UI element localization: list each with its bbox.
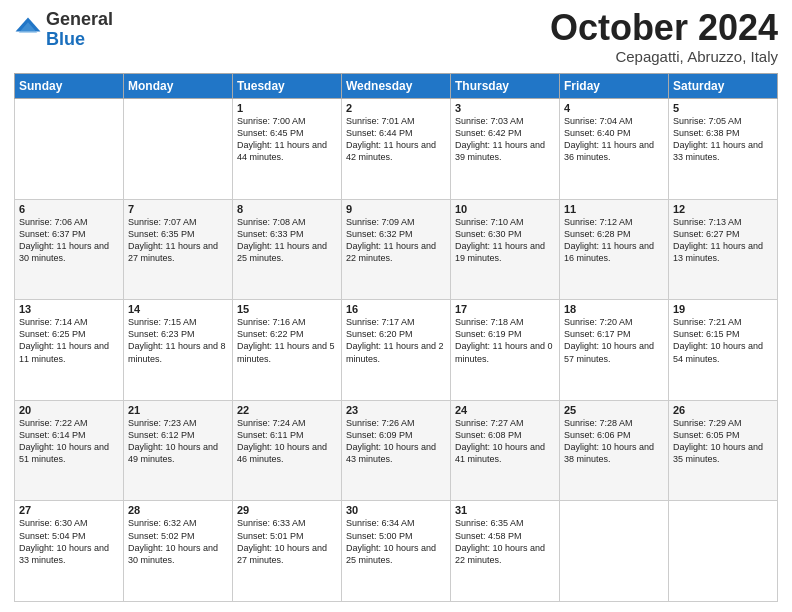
day-number: 15 [237, 303, 337, 315]
day-info: Sunrise: 7:20 AMSunset: 6:17 PMDaylight:… [564, 316, 664, 365]
day-info: Sunrise: 7:17 AMSunset: 6:20 PMDaylight:… [346, 316, 446, 365]
day-info: Sunrise: 7:23 AMSunset: 6:12 PMDaylight:… [128, 417, 228, 466]
day-info: Sunrise: 6:32 AMSunset: 5:02 PMDaylight:… [128, 517, 228, 566]
day-number: 3 [455, 102, 555, 114]
calendar-cell-w1d6: 4Sunrise: 7:04 AMSunset: 6:40 PMDaylight… [560, 99, 669, 200]
calendar-cell-w2d6: 11Sunrise: 7:12 AMSunset: 6:28 PMDayligh… [560, 199, 669, 300]
calendar-cell-w4d5: 24Sunrise: 7:27 AMSunset: 6:08 PMDayligh… [451, 400, 560, 501]
col-sunday: Sunday [15, 74, 124, 99]
calendar-cell-w3d7: 19Sunrise: 7:21 AMSunset: 6:15 PMDayligh… [669, 300, 778, 401]
col-friday: Friday [560, 74, 669, 99]
calendar-cell-w4d3: 22Sunrise: 7:24 AMSunset: 6:11 PMDayligh… [233, 400, 342, 501]
day-number: 30 [346, 504, 446, 516]
calendar-cell-w2d3: 8Sunrise: 7:08 AMSunset: 6:33 PMDaylight… [233, 199, 342, 300]
day-info: Sunrise: 7:08 AMSunset: 6:33 PMDaylight:… [237, 216, 337, 265]
day-number: 25 [564, 404, 664, 416]
col-monday: Monday [124, 74, 233, 99]
day-info: Sunrise: 6:33 AMSunset: 5:01 PMDaylight:… [237, 517, 337, 566]
day-info: Sunrise: 7:27 AMSunset: 6:08 PMDaylight:… [455, 417, 555, 466]
day-number: 31 [455, 504, 555, 516]
calendar-cell-w5d2: 28Sunrise: 6:32 AMSunset: 5:02 PMDayligh… [124, 501, 233, 602]
day-number: 1 [237, 102, 337, 114]
day-info: Sunrise: 7:12 AMSunset: 6:28 PMDaylight:… [564, 216, 664, 265]
calendar-cell-w4d6: 25Sunrise: 7:28 AMSunset: 6:06 PMDayligh… [560, 400, 669, 501]
day-number: 26 [673, 404, 773, 416]
day-number: 14 [128, 303, 228, 315]
day-number: 10 [455, 203, 555, 215]
logo-blue: Blue [46, 29, 85, 49]
day-number: 4 [564, 102, 664, 114]
day-info: Sunrise: 7:22 AMSunset: 6:14 PMDaylight:… [19, 417, 119, 466]
day-number: 9 [346, 203, 446, 215]
day-number: 8 [237, 203, 337, 215]
calendar-cell-w2d5: 10Sunrise: 7:10 AMSunset: 6:30 PMDayligh… [451, 199, 560, 300]
day-info: Sunrise: 7:06 AMSunset: 6:37 PMDaylight:… [19, 216, 119, 265]
day-info: Sunrise: 7:00 AMSunset: 6:45 PMDaylight:… [237, 115, 337, 164]
calendar-week-2: 6Sunrise: 7:06 AMSunset: 6:37 PMDaylight… [15, 199, 778, 300]
header: General Blue October 2024 Cepagatti, Abr… [14, 10, 778, 65]
day-info: Sunrise: 6:35 AMSunset: 4:58 PMDaylight:… [455, 517, 555, 566]
logo: General Blue [14, 10, 113, 50]
calendar-cell-w5d5: 31Sunrise: 6:35 AMSunset: 4:58 PMDayligh… [451, 501, 560, 602]
day-number: 27 [19, 504, 119, 516]
calendar-cell-w3d5: 17Sunrise: 7:18 AMSunset: 6:19 PMDayligh… [451, 300, 560, 401]
calendar-cell-w3d1: 13Sunrise: 7:14 AMSunset: 6:25 PMDayligh… [15, 300, 124, 401]
calendar-cell-w5d7 [669, 501, 778, 602]
day-number: 19 [673, 303, 773, 315]
day-info: Sunrise: 7:16 AMSunset: 6:22 PMDaylight:… [237, 316, 337, 365]
day-number: 22 [237, 404, 337, 416]
calendar-cell-w1d4: 2Sunrise: 7:01 AMSunset: 6:44 PMDaylight… [342, 99, 451, 200]
calendar-cell-w2d4: 9Sunrise: 7:09 AMSunset: 6:32 PMDaylight… [342, 199, 451, 300]
calendar-cell-w5d3: 29Sunrise: 6:33 AMSunset: 5:01 PMDayligh… [233, 501, 342, 602]
month-title: October 2024 [550, 10, 778, 46]
calendar-header-row: Sunday Monday Tuesday Wednesday Thursday… [15, 74, 778, 99]
day-info: Sunrise: 7:18 AMSunset: 6:19 PMDaylight:… [455, 316, 555, 365]
calendar-cell-w4d1: 20Sunrise: 7:22 AMSunset: 6:14 PMDayligh… [15, 400, 124, 501]
day-number: 21 [128, 404, 228, 416]
day-number: 17 [455, 303, 555, 315]
calendar-week-5: 27Sunrise: 6:30 AMSunset: 5:04 PMDayligh… [15, 501, 778, 602]
calendar-cell-w2d2: 7Sunrise: 7:07 AMSunset: 6:35 PMDaylight… [124, 199, 233, 300]
day-number: 2 [346, 102, 446, 114]
day-info: Sunrise: 7:13 AMSunset: 6:27 PMDaylight:… [673, 216, 773, 265]
calendar-cell-w3d6: 18Sunrise: 7:20 AMSunset: 6:17 PMDayligh… [560, 300, 669, 401]
calendar-cell-w2d7: 12Sunrise: 7:13 AMSunset: 6:27 PMDayligh… [669, 199, 778, 300]
calendar-week-3: 13Sunrise: 7:14 AMSunset: 6:25 PMDayligh… [15, 300, 778, 401]
day-info: Sunrise: 6:30 AMSunset: 5:04 PMDaylight:… [19, 517, 119, 566]
page: General Blue October 2024 Cepagatti, Abr… [0, 0, 792, 612]
day-number: 20 [19, 404, 119, 416]
logo-icon [14, 16, 42, 44]
calendar-cell-w1d3: 1Sunrise: 7:00 AMSunset: 6:45 PMDaylight… [233, 99, 342, 200]
day-number: 12 [673, 203, 773, 215]
calendar-cell-w1d1 [15, 99, 124, 200]
calendar-cell-w5d6 [560, 501, 669, 602]
day-info: Sunrise: 7:24 AMSunset: 6:11 PMDaylight:… [237, 417, 337, 466]
calendar-cell-w3d4: 16Sunrise: 7:17 AMSunset: 6:20 PMDayligh… [342, 300, 451, 401]
calendar-cell-w5d4: 30Sunrise: 6:34 AMSunset: 5:00 PMDayligh… [342, 501, 451, 602]
logo-general: General [46, 9, 113, 29]
calendar-cell-w2d1: 6Sunrise: 7:06 AMSunset: 6:37 PMDaylight… [15, 199, 124, 300]
calendar-cell-w4d2: 21Sunrise: 7:23 AMSunset: 6:12 PMDayligh… [124, 400, 233, 501]
logo-text: General Blue [46, 10, 113, 50]
calendar-cell-w3d3: 15Sunrise: 7:16 AMSunset: 6:22 PMDayligh… [233, 300, 342, 401]
calendar-week-4: 20Sunrise: 7:22 AMSunset: 6:14 PMDayligh… [15, 400, 778, 501]
calendar-cell-w5d1: 27Sunrise: 6:30 AMSunset: 5:04 PMDayligh… [15, 501, 124, 602]
day-number: 23 [346, 404, 446, 416]
calendar-cell-w3d2: 14Sunrise: 7:15 AMSunset: 6:23 PMDayligh… [124, 300, 233, 401]
day-number: 24 [455, 404, 555, 416]
day-info: Sunrise: 7:26 AMSunset: 6:09 PMDaylight:… [346, 417, 446, 466]
col-saturday: Saturday [669, 74, 778, 99]
day-info: Sunrise: 7:03 AMSunset: 6:42 PMDaylight:… [455, 115, 555, 164]
calendar-week-1: 1Sunrise: 7:00 AMSunset: 6:45 PMDaylight… [15, 99, 778, 200]
day-number: 16 [346, 303, 446, 315]
day-number: 5 [673, 102, 773, 114]
calendar-cell-w4d7: 26Sunrise: 7:29 AMSunset: 6:05 PMDayligh… [669, 400, 778, 501]
day-info: Sunrise: 7:04 AMSunset: 6:40 PMDaylight:… [564, 115, 664, 164]
calendar-cell-w1d7: 5Sunrise: 7:05 AMSunset: 6:38 PMDaylight… [669, 99, 778, 200]
day-info: Sunrise: 7:21 AMSunset: 6:15 PMDaylight:… [673, 316, 773, 365]
day-info: Sunrise: 7:29 AMSunset: 6:05 PMDaylight:… [673, 417, 773, 466]
col-tuesday: Tuesday [233, 74, 342, 99]
calendar-cell-w4d4: 23Sunrise: 7:26 AMSunset: 6:09 PMDayligh… [342, 400, 451, 501]
day-info: Sunrise: 6:34 AMSunset: 5:00 PMDaylight:… [346, 517, 446, 566]
title-area: October 2024 Cepagatti, Abruzzo, Italy [550, 10, 778, 65]
